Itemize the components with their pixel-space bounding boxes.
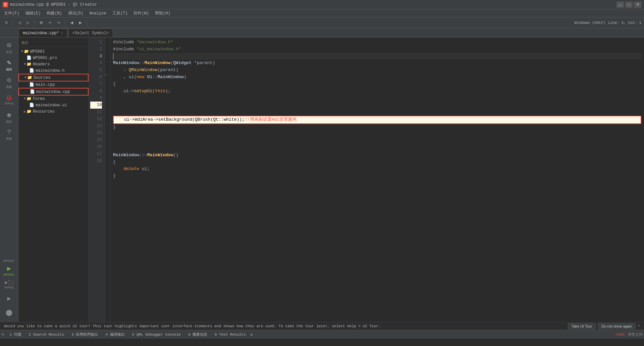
menu-build[interactable]: 构建(B) (44, 10, 65, 17)
nav-build[interactable]: ⚙ 构建 (0, 74, 18, 91)
minimize-button[interactable]: — (616, 2, 624, 8)
code-line-13: MainWindow::~MainWindow() (113, 152, 641, 159)
tab-label: mainwindow.cpp* (23, 31, 59, 36)
tree-forms[interactable]: ▼ 📁 Forms (18, 96, 89, 102)
code-area[interactable]: #include "mainwindow.h" #include "ui_mai… (110, 38, 644, 322)
line-num-8: 8 (90, 88, 102, 95)
stop-icon: ⬤ (6, 309, 12, 316)
qml-label: QML Debugger Console (137, 333, 181, 337)
maximize-button[interactable]: □ (625, 2, 633, 8)
build-icon: ⚙ (7, 76, 11, 84)
menu-analyze[interactable]: Analyze (87, 10, 109, 16)
tab-close-icon[interactable]: ✕ (61, 31, 63, 35)
toolbar-back-icon[interactable]: ◁ (16, 19, 23, 26)
fold-1 (105, 38, 110, 45)
toolbar-undo-icon[interactable]: ↩ (46, 19, 54, 26)
status-line-col: Line: 3, Col: 1 (608, 21, 641, 25)
line-num-11: 11 (90, 109, 102, 116)
bottom-tab-test-results[interactable]: 8 Test Results (211, 332, 249, 337)
run-button[interactable]: ▶ WPS001 (0, 264, 18, 277)
debug-run-button[interactable]: ▶⬛ Debug (0, 278, 18, 291)
left-nav: ⊞ 欢迎 ✎ 编辑 ⚙ 构建 🐞 Debug ◉ 项目 ? 帮助 WPS001 … (0, 38, 18, 322)
bottom-more-icon[interactable]: ▲ (251, 332, 253, 337)
bottom-tab-compile-output[interactable]: 4 编译输出 (102, 331, 128, 338)
bottom-tab-qml-debugger[interactable]: 5 QML Debugger Console (129, 332, 184, 337)
step-over-button[interactable]: ▶ (0, 292, 18, 305)
step-over-icon: ▶ (7, 295, 11, 302)
toolbar: ≡ ◁ ▷ ⊞ ↩ ↪ ◀ ▶ Windows (CRLF) Line: 3, … (0, 17, 644, 28)
title-bar: Q mainwindow.cpp @ WPS001 - Qt Creator —… (0, 0, 644, 9)
csdn-brand: CSDN (616, 333, 625, 337)
title-bar-left: Q mainwindow.cpp @ WPS001 - Qt Creator (3, 2, 97, 7)
panel-title: 项目 (21, 40, 29, 45)
tree-label-headers: Headers (33, 62, 50, 67)
folder-icon-sources: 📁 (27, 75, 32, 80)
tree-arrow-forms: ▼ (24, 97, 26, 101)
menu-file[interactable]: 文件(F) (1, 10, 22, 17)
project-icon: ◉ (7, 111, 11, 119)
tree-wps001pro[interactable]: 📄 WPS001.pro (18, 55, 89, 61)
nav-debug[interactable]: 🐞 Debug (0, 91, 18, 109)
menu-tools[interactable]: 工具(T) (110, 10, 130, 17)
bottom-run: WPS001 ▶ WPS001 ▶⬛ Debug ▶ ⬤ (0, 260, 18, 321)
menu-edit[interactable]: 编辑(E) (23, 10, 44, 17)
toolbar-menu-icon[interactable]: ≡ (3, 19, 10, 26)
menu-debug[interactable]: 调试(D) (65, 10, 86, 17)
bottom-tab-search-results[interactable]: 2 Search Results (25, 332, 68, 337)
tree-headers[interactable]: ▼ 📁 Headers (18, 61, 89, 67)
bottom-tab-summary[interactable]: 6 概要信息 (185, 331, 211, 338)
tree-sources[interactable]: ▼ 📁 Sources (18, 74, 89, 81)
toolbar-separator-1 (13, 20, 13, 26)
tab-mainwindow-cpp[interactable]: mainwindow.cpp* ✕ (18, 28, 67, 37)
fold-13[interactable]: - (105, 121, 110, 128)
notification-close-icon[interactable]: ✕ (638, 323, 640, 329)
tree-resources[interactable]: ▶ 📁 Resources (18, 108, 89, 115)
tab-select-symbol[interactable]: <Select Symbol> (68, 28, 113, 37)
nav-edit[interactable]: ✎ 编辑 (0, 56, 18, 74)
nav-project[interactable]: ◉ 项目 (0, 109, 18, 126)
toolbar-grid-icon[interactable]: ⊞ (38, 19, 45, 26)
code-line-7: { (113, 81, 641, 88)
toolbar-redo-icon[interactable]: ↪ (55, 19, 62, 26)
qml-num: 5 (132, 333, 137, 337)
fold-4[interactable]: - (105, 58, 110, 65)
nav-welcome[interactable]: ⊞ 欢迎 (0, 39, 18, 56)
fold-3 (105, 52, 110, 59)
do-not-show-button[interactable]: Do not show again (598, 323, 636, 329)
tab-label-2: <Select Symbol> (72, 31, 109, 36)
str-1: "mainwindow.h" (137, 39, 173, 46)
include-2: #include (113, 46, 137, 53)
toolbar-forward-icon[interactable]: ▷ (24, 19, 32, 26)
tree-wps001[interactable]: ▼ 📁 WPS001 (18, 48, 89, 55)
str-2: "ui_mainwindow.h" (137, 46, 181, 53)
line-num-15: 15 (90, 136, 102, 143)
menu-widgets[interactable]: 控件(W) (131, 10, 152, 17)
fold-11 (105, 107, 110, 114)
code-editor[interactable]: 1 2 3 4 5 6 7 8 9 10 11 12 13 14 15 16 1… (89, 38, 644, 322)
nav-help[interactable]: ? 帮助 (0, 126, 18, 143)
menu-help[interactable]: 帮助(H) (152, 10, 173, 17)
title-bar-controls[interactable]: — □ ✕ (616, 2, 641, 8)
app-label: 应用程序输出 (76, 333, 98, 337)
line-num-3: 3 (90, 53, 102, 60)
bottom-menu-icon[interactable]: ≡ (1, 332, 4, 337)
tree-label-main-cpp: main.cpp (36, 82, 55, 87)
tree-mainwindow-cpp[interactable]: 📄 mainwindow.cpp (18, 88, 89, 96)
bottom-tab-issues[interactable]: 1 问题 (6, 331, 24, 338)
line-num-2: 2 (90, 46, 102, 53)
close-button[interactable]: ✕ (634, 2, 641, 8)
line-num-12: 12 (90, 116, 102, 123)
tree-main-cpp[interactable]: 📄 main.cpp (18, 81, 89, 88)
tree-label-wps001: WPS001 (30, 49, 45, 54)
toolbar-next-icon[interactable]: ▶ (77, 19, 84, 26)
fold-2 (105, 45, 110, 52)
issues-label: 问题 (14, 333, 21, 337)
toolbar-prev-icon[interactable]: ◀ (68, 19, 75, 26)
take-tour-button[interactable]: Take UI Tour (568, 323, 596, 329)
debug-icon-nav: 🐞 (6, 95, 12, 101)
tree-mainwindow-h[interactable]: 📄 mainwindow.h (18, 67, 89, 74)
stop-button[interactable]: ⬤ (0, 306, 18, 319)
tree-mainwindow-ui[interactable]: 📄 mainwindow.ui (18, 102, 89, 108)
tree-arrow-resources: ▶ (24, 110, 26, 114)
bottom-tab-app-output[interactable]: 3 应用程序输出 (68, 331, 101, 338)
